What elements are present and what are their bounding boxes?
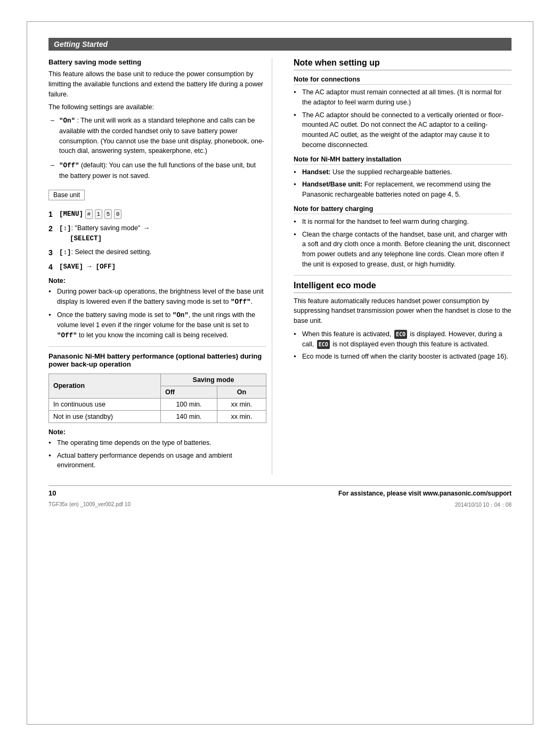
step-1-content: [MENU] # 1 5 0 <box>59 209 266 220</box>
intelligent-eco-intro: This feature automatically reduces hands… <box>294 296 512 326</box>
option-off-key: "Off" <box>59 162 79 169</box>
page-border: Getting Started Battery saving mode sett… <box>27 21 533 725</box>
page-meta-date: 2014/10/10 10：04：08 <box>455 501 512 509</box>
step-1: 1 [MENU] # 1 5 0 <box>48 209 266 220</box>
note-charging-2: Clean the charge contacts of the handset… <box>294 230 512 270</box>
note-setting-up-section: Note when setting up Note for connection… <box>294 58 512 270</box>
battery-note-1: During power back-up operations, the bri… <box>48 287 266 307</box>
step-4-num: 4 <box>48 262 59 273</box>
table-header-on: On <box>217 386 266 398</box>
option-on-desc: : The unit will work as a standard telep… <box>59 117 264 155</box>
step-3-text: Select the desired setting. <box>75 248 151 256</box>
step-3: 3 [↕]: Select the desired setting. <box>48 247 266 258</box>
intelligent-eco-bullet-2: Eco mode is turned off when the clarity … <box>294 352 512 362</box>
panasonic-notes: The operating time depends on the type o… <box>48 438 266 470</box>
base-unit-box: Base unit <box>48 190 85 200</box>
panasonic-note-2: Actual battery performance depends on us… <box>48 451 266 471</box>
panasonic-note-label: Note: <box>48 428 266 436</box>
note-connections-list: The AC adaptor must remain connected at … <box>294 87 512 150</box>
steps-list: 1 [MENU] # 1 5 0 2 <box>48 209 266 273</box>
right-column: Note when setting up Note for connection… <box>288 58 512 475</box>
step-2-text: "Battery saving mode" <box>75 224 140 232</box>
panasonic-battery-section: Panasonic Ni-MH battery performance (opt… <box>48 352 266 470</box>
panasonic-battery-title: Panasonic Ni-MH battery performance (opt… <box>48 352 266 368</box>
step-2-select: [SELECT] <box>59 234 102 242</box>
key-0: 0 <box>114 209 122 220</box>
note-connections-title: Note for connections <box>294 76 512 85</box>
intelligent-eco-title: Intelligent eco mode <box>294 281 512 293</box>
table-cell-standby-on: xx min. <box>217 410 266 423</box>
table-cell-continuous-on: xx min. <box>217 398 266 410</box>
table-row-standby: Not in use (standby) 140 min. xx min. <box>49 410 266 423</box>
panasonic-note-1: The operating time depends on the type o… <box>48 438 266 448</box>
eco-badge-2: ECO <box>317 340 330 349</box>
note-connections-2: The AC adaptor should be connected to a … <box>294 110 512 150</box>
note-charging-list: It is normal for the handset to feel war… <box>294 217 512 270</box>
page-footer: 10 For assistance, please visit www.pana… <box>48 485 512 497</box>
battery-note-label: Note: <box>48 277 266 285</box>
table-cell-continuous-label: In continuous use <box>49 398 161 410</box>
battery-saving-section: Battery saving mode setting This feature… <box>48 58 266 341</box>
table-header-operation: Operation <box>49 374 161 398</box>
page: Getting Started Battery saving mode sett… <box>0 0 560 755</box>
page-meta: TGF35x (en) _1009_ver002.pdf 10 2014/10/… <box>48 501 512 509</box>
step-4: 4 [SAVE] → [OFF] <box>48 262 266 273</box>
step-2: 2 [↕]: "Battery saving mode" → [SELECT] <box>48 223 266 245</box>
table-cell-continuous-off: 100 min. <box>160 398 217 410</box>
step-3-num: 3 <box>48 247 59 258</box>
note-nimh-2: Handset/Base unit: For replacement, we r… <box>294 180 512 200</box>
key-5: 5 <box>104 209 112 220</box>
battery-saving-title: Battery saving mode setting <box>48 58 266 66</box>
footer-support-text: For assistance, please visit www.panason… <box>338 490 512 497</box>
key-hash: # <box>85 209 93 220</box>
section-header-text: Getting Started <box>54 40 108 48</box>
step-4-off: [OFF] <box>95 263 116 271</box>
note-nimh-title: Note for Ni-MH battery installation <box>294 156 512 165</box>
battery-note-2: Once the battery saving mode is set to "… <box>48 310 266 341</box>
divider-2 <box>294 275 512 275</box>
note-charging-title: Note for battery charging <box>294 205 512 214</box>
step-4-save: [SAVE] <box>59 263 83 271</box>
table-header-off: Off <box>160 386 217 398</box>
step-2-arrow: [↕] <box>59 225 71 232</box>
option-off-desc: (default): You can use the full function… <box>59 161 256 180</box>
base-unit-label: Base unit <box>53 191 80 199</box>
table-header-saving-mode: Saving mode <box>160 374 266 386</box>
step-2-content: [↕]: "Battery saving mode" → [SELECT] <box>59 223 266 245</box>
step-2-arrow-symbol: → <box>143 224 150 232</box>
note-setting-up-title: Note when setting up <box>294 58 512 70</box>
note-nimh-list: Handset: Use the supplied rechargeable b… <box>294 167 512 200</box>
step-3-content: [↕]: Select the desired setting. <box>59 247 266 258</box>
battery-table: Operation Saving mode Off On In continuo… <box>48 374 266 423</box>
intelligent-eco-section: Intelligent eco mode This feature automa… <box>294 281 512 362</box>
page-number: 10 <box>48 489 56 497</box>
table-cell-standby-off: 140 min. <box>160 410 217 423</box>
step-3-arrow: [↕] <box>59 249 71 256</box>
page-meta-pdf: TGF35x (en) _1009_ver002.pdf 10 <box>48 501 131 509</box>
battery-option-on: "On" : The unit will work as a standard … <box>48 116 266 156</box>
panasonic-battery-title-text: Panasonic Ni-MH battery performance (opt… <box>48 352 262 368</box>
two-column-layout: Battery saving mode setting This feature… <box>48 58 512 475</box>
note-nimh-1: Handset: Use the supplied rechargeable b… <box>294 167 512 177</box>
battery-saving-options: "On" : The unit will work as a standard … <box>48 116 266 181</box>
battery-saving-intro: This feature allows the base unit to red… <box>48 69 266 99</box>
battery-notes: During power back-up operations, the bri… <box>48 287 266 341</box>
step-1-menu: [MENU] <box>59 210 83 218</box>
battery-option-off: "Off" (default): You can use the full fu… <box>48 160 266 181</box>
left-column: Battery saving mode setting This feature… <box>48 58 272 475</box>
table-cell-standby-label: Not in use (standby) <box>49 410 161 423</box>
step-4-content: [SAVE] → [OFF] <box>59 262 266 272</box>
divider-1 <box>48 346 266 347</box>
table-row-continuous: In continuous use 100 min. xx min. <box>49 398 266 410</box>
section-header: Getting Started <box>48 38 512 51</box>
step-2-num: 2 <box>48 223 59 234</box>
note-connections-1: The AC adaptor must remain connected at … <box>294 87 512 108</box>
step-1-num: 1 <box>48 209 59 220</box>
intelligent-eco-list: When this feature is activated, ECO is d… <box>294 329 512 362</box>
key-1: 1 <box>95 209 103 220</box>
eco-badge-1: ECO <box>394 330 407 339</box>
intelligent-eco-bullet-1: When this feature is activated, ECO is d… <box>294 329 512 350</box>
option-on-key: "On" <box>59 117 75 125</box>
battery-saving-settings-available: The following settings are available: <box>48 102 266 112</box>
note-charging-1: It is normal for the handset to feel war… <box>294 217 512 227</box>
